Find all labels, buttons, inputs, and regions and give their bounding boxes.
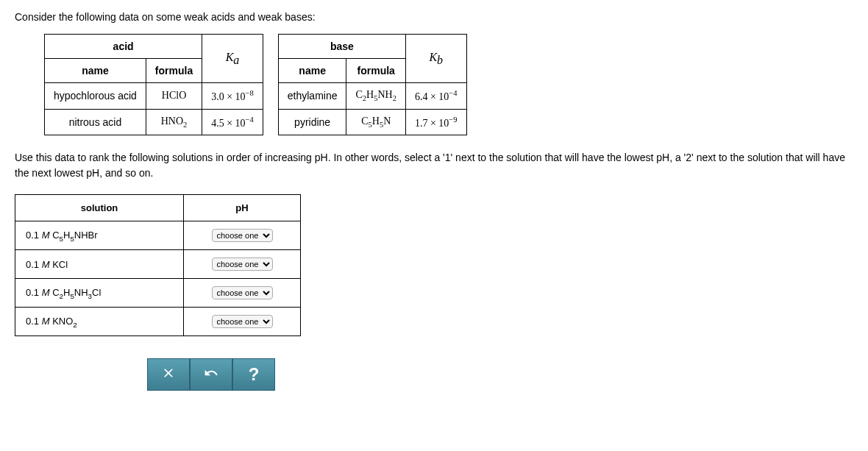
acid-ka: 3.0 × 10−8 (202, 83, 263, 110)
question-icon: ? (249, 364, 260, 385)
reset-button[interactable] (190, 358, 232, 391)
base-k-head: Kb (405, 35, 466, 83)
table-row: hypochlorous acid HClO 3.0 × 10−8 (45, 83, 263, 110)
table-row: nitrous acid HNO2 4.5 × 10−4 (45, 109, 263, 135)
solution-head: solution (15, 195, 184, 221)
acid-name-head: name (45, 59, 146, 83)
ph-head: pH (184, 195, 301, 221)
ph-select[interactable]: choose one (212, 286, 273, 299)
table-row: 0.1 M C5H5NHBr choose one (15, 221, 301, 250)
table-row: pyridine C5H5N 1.7 × 10−9 (278, 109, 466, 135)
base-formula-head: formula (346, 59, 405, 83)
solution-cell: 0.1 M C5H5NHBr (15, 221, 184, 250)
acid-formula: HClO (146, 83, 202, 110)
acid-ka: 4.5 × 10−4 (202, 109, 263, 135)
ph-select[interactable]: choose one (212, 258, 273, 271)
base-kb: 6.4 × 10−4 (405, 83, 466, 110)
acid-table: acid Ka name formula hypochlorous acid H… (44, 34, 263, 135)
table-row: 0.1 M C2H5NH3Cl choose one (15, 279, 301, 308)
clear-button[interactable] (147, 358, 190, 391)
base-name: ethylamine (278, 83, 346, 110)
table-row: 0.1 M KNO2 choose one (15, 308, 301, 336)
acid-k-head: Ka (202, 35, 263, 83)
acid-formula-head: formula (146, 59, 202, 83)
ph-select[interactable]: choose one (212, 315, 273, 328)
undo-icon (204, 366, 218, 384)
base-head: base (278, 35, 405, 59)
acid-formula: HNO2 (146, 109, 202, 135)
base-table: base Kb name formula ethylamine C2H5NH2 … (278, 34, 467, 135)
ph-select[interactable]: choose one (212, 229, 273, 242)
x-icon (161, 366, 176, 384)
base-name: pyridine (278, 109, 346, 135)
acid-name: nitrous acid (45, 109, 146, 135)
base-formula: C5H5N (346, 109, 405, 135)
base-kb: 1.7 × 10−9 (405, 109, 466, 135)
answer-table: solution pH 0.1 M C5H5NHBr choose one 0.… (15, 194, 301, 336)
base-formula: C2H5NH2 (346, 83, 405, 110)
reference-tables: acid Ka name formula hypochlorous acid H… (44, 34, 853, 135)
help-button[interactable]: ? (232, 358, 275, 391)
instructions-text: Use this data to rank the following solu… (15, 150, 853, 181)
solution-cell: 0.1 M KNO2 (15, 308, 184, 336)
solution-cell: 0.1 M C2H5NH3Cl (15, 279, 184, 308)
intro-text: Consider the following data on some weak… (15, 11, 853, 23)
acid-head: acid (45, 35, 202, 59)
table-row: ethylamine C2H5NH2 6.4 × 10−4 (278, 83, 466, 110)
acid-name: hypochlorous acid (45, 83, 146, 110)
base-name-head: name (278, 59, 346, 83)
action-buttons: ? (147, 358, 853, 391)
table-row: 0.1 M KCl choose one (15, 250, 301, 279)
solution-cell: 0.1 M KCl (15, 250, 184, 279)
